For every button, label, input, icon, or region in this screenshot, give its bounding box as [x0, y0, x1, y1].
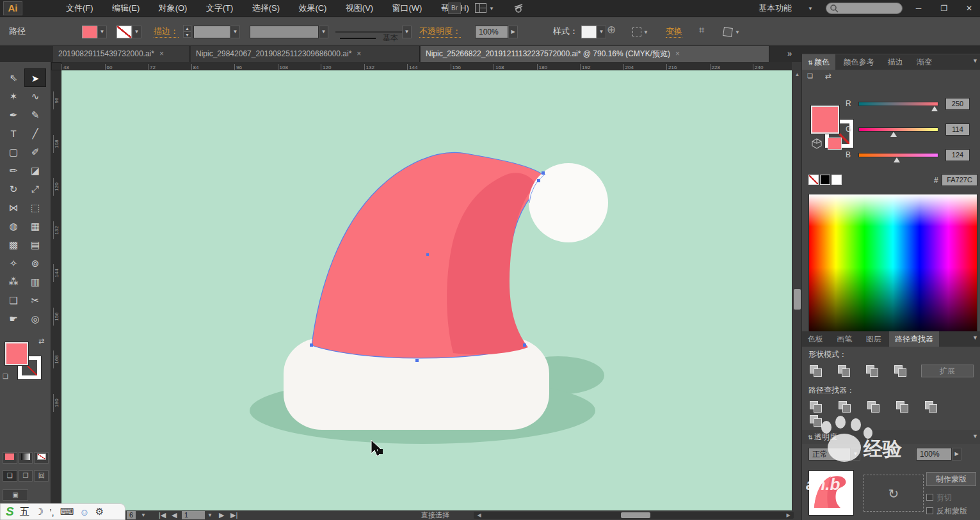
fill-proxy[interactable]: [811, 106, 839, 134]
document-tab-3-active[interactable]: Nipic_25266822_20191211132237572000.ai* …: [421, 46, 769, 62]
unite-icon[interactable]: [808, 365, 824, 377]
swap-fill-stroke-icon[interactable]: ⇄: [38, 337, 44, 345]
ruler-corner[interactable]: [51, 62, 61, 70]
document-tab-1[interactable]: 20190829115439732000.ai*×: [53, 46, 190, 62]
magic-wand-tool[interactable]: ✶: [3, 87, 24, 106]
b-value-field[interactable]: 124: [945, 149, 970, 161]
wrench-icon[interactable]: ⚙: [95, 506, 104, 517]
transparency-opacity-value[interactable]: 100%: [916, 448, 952, 461]
scroll-left-icon[interactable]: ◀: [474, 512, 484, 518]
arrange-documents-dropdown-icon[interactable]: ▼: [489, 6, 494, 12]
keyboard-icon[interactable]: ⌨: [60, 506, 74, 517]
select-similar-icon[interactable]: ▼: [632, 25, 648, 38]
zoom-tool[interactable]: ◎: [24, 310, 46, 328]
shape-options-icon[interactable]: ▼: [723, 25, 740, 38]
merge-icon[interactable]: [866, 400, 881, 413]
draw-inside-icon[interactable]: 回: [34, 470, 49, 482]
brush-dropdown-icon[interactable]: ▼: [402, 26, 412, 38]
width-tool[interactable]: ⋈: [3, 198, 24, 217]
tab-stroke[interactable]: 描边: [882, 54, 909, 70]
brush-definition-select[interactable]: 基本▼: [335, 25, 412, 38]
pencil-tool[interactable]: ✏: [3, 161, 24, 180]
mesh-tool[interactable]: ▩: [3, 235, 24, 254]
default-swatches-icon[interactable]: ❏: [807, 72, 813, 79]
hat-pompom[interactable]: [529, 163, 608, 242]
horizontal-ruler[interactable]: 4860728496108120132144156168180192204216…: [61, 62, 792, 70]
minus-front-icon[interactable]: [837, 365, 852, 377]
draw-normal-icon[interactable]: ❏: [3, 470, 17, 482]
menu-edit[interactable]: 编辑(E): [104, 0, 148, 17]
search-input[interactable]: [826, 3, 903, 14]
ime-mode-label[interactable]: 五: [20, 506, 29, 518]
closest-color-swatch[interactable]: [828, 138, 842, 150]
ime-toolbar[interactable]: S 五 ☽ ’, ⌨ ☺ ⚙: [0, 503, 125, 520]
mask-link-icon[interactable]: ↻: [864, 475, 924, 512]
type-tool[interactable]: T: [3, 124, 24, 143]
tab-swatches[interactable]: 色板: [802, 331, 829, 347]
collapse-icon[interactable]: ⇅: [808, 59, 814, 66]
curvature-tool[interactable]: ✎: [24, 106, 46, 124]
none-button[interactable]: [34, 452, 49, 464]
bridge-button[interactable]: Br: [448, 3, 461, 14]
tab-brushes[interactable]: 画笔: [831, 331, 858, 347]
workspace-dropdown-icon[interactable]: ▼: [808, 6, 813, 12]
paintbrush-tool[interactable]: ✐: [24, 143, 46, 161]
slice-tool[interactable]: ✂: [24, 291, 46, 310]
zoom-level-field[interactable]: 6: [127, 511, 136, 519]
panel-menu-icon[interactable]: ▼: [972, 335, 978, 341]
shape-builder-tool[interactable]: ◍: [3, 217, 24, 235]
last-artboard-icon[interactable]: ▶|: [230, 511, 237, 519]
g-slider-handle[interactable]: [890, 132, 897, 137]
fill-proxy-swatch[interactable]: [5, 342, 28, 365]
horizontal-scrollbar[interactable]: ◀ ▶: [474, 512, 794, 519]
out-of-gamut-cube-icon[interactable]: [811, 138, 823, 151]
artboard-nav-field[interactable]: 1: [182, 511, 205, 519]
lasso-tool[interactable]: ∿: [24, 87, 46, 106]
workspace-switcher[interactable]: 基本功能: [759, 0, 792, 17]
object-thumbnail[interactable]: [808, 470, 854, 516]
symbol-sprayer-tool[interactable]: ⁂: [3, 272, 24, 291]
r-value-field[interactable]: 250: [945, 98, 970, 110]
artboard-tool[interactable]: ❏: [3, 291, 24, 310]
eraser-tool[interactable]: ◪: [24, 161, 46, 180]
tab-color[interactable]: ⇅ 颜色: [802, 54, 835, 70]
transform-link[interactable]: 变换: [666, 25, 682, 38]
transparency-opacity-control[interactable]: 100%▶: [916, 448, 961, 461]
r-slider[interactable]: [858, 102, 938, 106]
pen-tool[interactable]: ✒: [3, 106, 24, 124]
zoom-dropdown-icon[interactable]: ▼: [141, 511, 146, 519]
menu-view[interactable]: 视图(V): [337, 0, 382, 17]
r-slider-handle[interactable]: [931, 106, 938, 111]
person-icon[interactable]: ☺: [79, 507, 89, 517]
scroll-right-icon[interactable]: ▶: [783, 512, 793, 518]
stroke-weight-select[interactable]: ▼: [193, 25, 240, 38]
direct-selection-tool[interactable]: ⇖: [3, 68, 24, 87]
color-spectrum[interactable]: [808, 194, 977, 341]
g-value-field[interactable]: 114: [945, 123, 970, 136]
collapse-icon[interactable]: ⇅: [808, 434, 814, 441]
menu-object[interactable]: 对象(O): [150, 0, 196, 17]
transparency-panel-header[interactable]: ⇅ 透明度 ▼: [802, 430, 980, 444]
gradient-button[interactable]: [19, 452, 33, 464]
vertical-scrollbar[interactable]: ▲: [792, 70, 801, 510]
tab-close-icon[interactable]: ×: [675, 49, 680, 58]
style-swatch[interactable]: ▼: [581, 25, 606, 38]
scale-tool[interactable]: ⤢: [24, 180, 46, 198]
moon-icon[interactable]: ☽: [35, 506, 44, 517]
b-slider-handle[interactable]: [894, 157, 900, 162]
scroll-up-icon[interactable]: ▲: [792, 72, 802, 77]
fill-color-swatch[interactable]: ▼: [82, 25, 107, 38]
white-swatch[interactable]: [831, 175, 842, 185]
sogou-logo[interactable]: S: [6, 505, 14, 519]
opacity-link[interactable]: 不透明度：: [419, 25, 461, 38]
tab-pathfinder[interactable]: 路径查找器: [889, 331, 939, 347]
make-mask-button[interactable]: 制作蒙版: [926, 472, 976, 486]
none-swatch[interactable]: [808, 175, 819, 185]
tab-close-icon[interactable]: ×: [159, 49, 164, 58]
draw-behind-icon[interactable]: ❐: [19, 470, 33, 482]
bounding-box-icon[interactable]: ⌗: [699, 24, 704, 36]
recolor-artwork-icon[interactable]: ⊕: [607, 24, 616, 36]
close-button[interactable]: ✕: [958, 0, 980, 17]
menu-type[interactable]: 文字(T): [198, 0, 242, 17]
black-swatch[interactable]: [820, 175, 830, 185]
